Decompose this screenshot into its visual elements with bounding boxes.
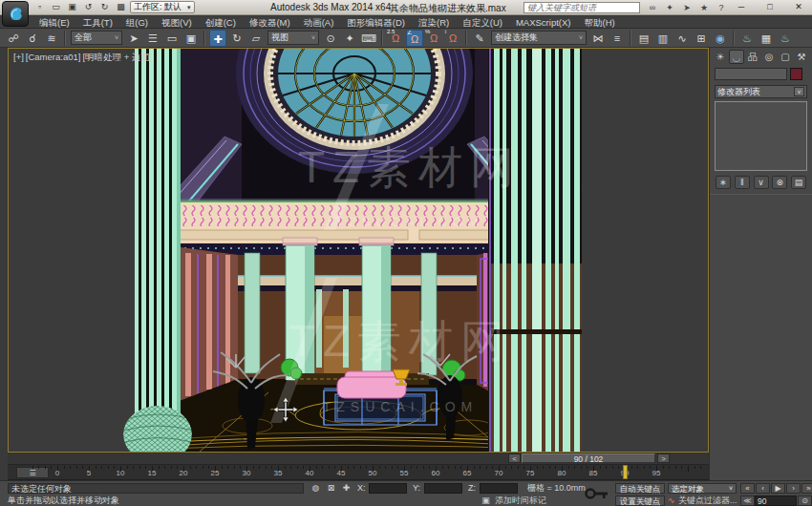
track-bar[interactable]: ☰ 05101520253035404550556065707580859095 [8, 465, 709, 480]
show-end-result-button[interactable]: ‖ [735, 176, 750, 189]
workspace-dropdown[interactable]: 工作区: 默认▾ [130, 1, 195, 13]
named-selection-sets-dropdown[interactable]: 创建选择集˅ [491, 31, 587, 45]
play-button[interactable]: ▶ [771, 483, 785, 494]
go-to-start-button[interactable]: « [740, 483, 755, 494]
remove-modifier-button[interactable]: ⊗ [772, 176, 787, 189]
menu-item-8[interactable]: 渲染(R) [412, 16, 456, 29]
menu-item-0[interactable]: 编辑(E) [32, 16, 76, 29]
menu-item-3[interactable]: 视图(V) [155, 16, 199, 29]
time-configuration-icon[interactable]: ⊙ [798, 495, 812, 506]
modifier-list-dropdown[interactable]: 修改器列表 ˅ [715, 85, 807, 98]
mirror-icon[interactable]: ⋈ [589, 30, 607, 47]
set-keys-button[interactable] [585, 488, 609, 500]
window-crossing-icon[interactable]: ▣ [182, 30, 200, 47]
curve-editor-icon[interactable]: ∿ [673, 30, 691, 47]
select-and-move-icon[interactable]: ✚ [209, 30, 226, 47]
viewport-shading-menu[interactable]: [明暗处理 + 边面] [82, 52, 152, 64]
percent-snap-toggle-icon[interactable]: Ω% [425, 30, 442, 47]
menu-item-2[interactable]: 组(G) [119, 16, 155, 29]
previous-frame-button[interactable]: ‹ [756, 483, 770, 494]
modifier-stack-list[interactable] [715, 101, 807, 171]
viewport-pov-menu[interactable]: [Camera:a01] [26, 52, 81, 64]
tab-display[interactable]: ▢ [778, 50, 793, 64]
project-folder-icon[interactable]: ▩ [114, 1, 128, 13]
reference-coordinate-dropdown[interactable]: 视图˅ [267, 31, 319, 45]
search-go-icon[interactable]: ∞ [646, 2, 659, 13]
absolute-offset-toggle-icon[interactable]: ✚ [340, 483, 353, 494]
menu-item-7[interactable]: 图形编辑器(D) [340, 16, 412, 29]
x-coord-field[interactable] [369, 483, 407, 494]
communication-center-icon[interactable]: ➤ [680, 2, 694, 13]
keyboard-shortcut-override-icon[interactable]: ⌨ [360, 30, 377, 47]
menu-item-5[interactable]: 修改器(M) [243, 16, 297, 29]
next-frame-button[interactable]: › [786, 483, 801, 494]
key-filters-button[interactable]: 关键点过滤器... [678, 495, 741, 506]
add-time-tag-button[interactable]: 添加时间标记 [495, 495, 546, 506]
rectangular-selection-region-icon[interactable]: ▭ [163, 30, 181, 47]
set-key-button[interactable]: 设置关键点 [615, 495, 665, 506]
undo-icon[interactable]: ↺ [81, 1, 96, 13]
use-pivot-point-center-icon[interactable]: ⊙ [322, 30, 339, 47]
align-icon[interactable]: ≡ [609, 30, 626, 47]
bind-to-space-warp-icon[interactable]: ≋ [43, 30, 60, 47]
current-frame-field[interactable] [755, 495, 797, 506]
select-and-scale-icon[interactable]: ▱ [247, 30, 265, 47]
isolate-selection-icon[interactable]: ◍ [310, 483, 322, 494]
current-frame-marker[interactable] [623, 465, 628, 479]
object-color-swatch[interactable] [790, 68, 802, 80]
favorites-icon[interactable]: ★ [697, 2, 711, 13]
open-file-icon[interactable]: ▭ [49, 1, 63, 13]
maximize-button[interactable]: □ [760, 1, 780, 13]
tab-modify[interactable]: ◡ [729, 50, 744, 64]
subscription-icon[interactable]: ✦ [663, 2, 676, 13]
next-frame-arrow[interactable]: > [657, 453, 670, 463]
object-name-field[interactable] [715, 68, 787, 80]
select-and-rotate-icon[interactable]: ↻ [228, 30, 246, 47]
menu-item-11[interactable]: 帮助(H) [577, 16, 621, 29]
search-input[interactable] [524, 2, 640, 13]
select-object-icon[interactable]: ➤ [125, 30, 142, 47]
time-slider[interactable]: < 90 / 102 > [8, 453, 709, 465]
time-slider-handle[interactable]: 90 / 102 [522, 453, 655, 463]
pin-stack-button[interactable]: ∗ [716, 176, 731, 189]
configure-modifier-sets-button[interactable]: ▤ [791, 176, 806, 189]
select-by-name-icon[interactable]: ☰ [144, 30, 161, 47]
menu-item-9[interactable]: 自定义(U) [456, 16, 509, 29]
tab-motion[interactable]: ◎ [761, 50, 777, 64]
selection-lock-toggle-icon[interactable]: ⊠ [325, 483, 337, 494]
camera-viewport[interactable]: [+] [Camera:a01] [明暗处理 + 边面] [8, 48, 709, 453]
new-file-icon[interactable]: ▫ [32, 1, 47, 13]
3dsmax-logo-icon[interactable] [2, 1, 29, 27]
toggle-scene-explorer-icon[interactable]: ▤ [635, 30, 652, 47]
go-to-end-button[interactable]: » [801, 483, 812, 494]
close-button[interactable]: ✕ [789, 1, 808, 13]
menu-item-1[interactable]: 工具(T) [76, 16, 119, 29]
viewport-general-menu[interactable]: [+] [13, 52, 24, 64]
snaps-toggle-icon[interactable]: Ω2.5 [387, 30, 404, 47]
select-and-manipulate-icon[interactable]: ✦ [341, 30, 358, 47]
select-and-link-icon[interactable]: ☍ [5, 30, 22, 47]
minimize-button[interactable]: ─ [732, 1, 751, 13]
tab-create[interactable]: ☀ [713, 50, 728, 64]
selection-set-dropdown[interactable]: 选定对象 ˅ [668, 483, 737, 494]
y-coord-field[interactable] [424, 483, 462, 494]
time-tag-icon[interactable]: ▣ [480, 495, 492, 506]
edit-named-selection-sets-icon[interactable]: ✎ [471, 30, 488, 47]
auto-key-button[interactable]: 自动关键点 [615, 483, 665, 494]
material-editor-icon[interactable]: ◉ [712, 30, 729, 47]
rendered-frame-window-icon[interactable]: ▦ [758, 30, 775, 47]
key-mode-toggle-button[interactable]: ≪ [740, 495, 755, 506]
menu-item-4[interactable]: 创建(C) [199, 16, 243, 29]
tab-utilities[interactable]: ⚒ [794, 50, 809, 64]
selection-filter-dropdown[interactable]: 全部˅ [71, 31, 122, 45]
render-setup-icon[interactable]: ♨ [738, 30, 756, 47]
schematic-view-icon[interactable]: ⊞ [693, 30, 710, 47]
unlink-selection-icon[interactable]: ☌ [24, 30, 41, 47]
render-production-icon[interactable]: ♨ [777, 30, 794, 47]
previous-frame-arrow[interactable]: < [508, 453, 521, 463]
save-file-icon[interactable]: ▣ [65, 1, 79, 13]
menu-item-10[interactable]: MAXScript(X) [509, 16, 578, 29]
spinner-snap-toggle-icon[interactable]: Ω↕ [444, 30, 461, 47]
toggle-layer-explorer-icon[interactable]: ▥ [654, 30, 672, 47]
z-coord-field[interactable] [480, 483, 518, 494]
